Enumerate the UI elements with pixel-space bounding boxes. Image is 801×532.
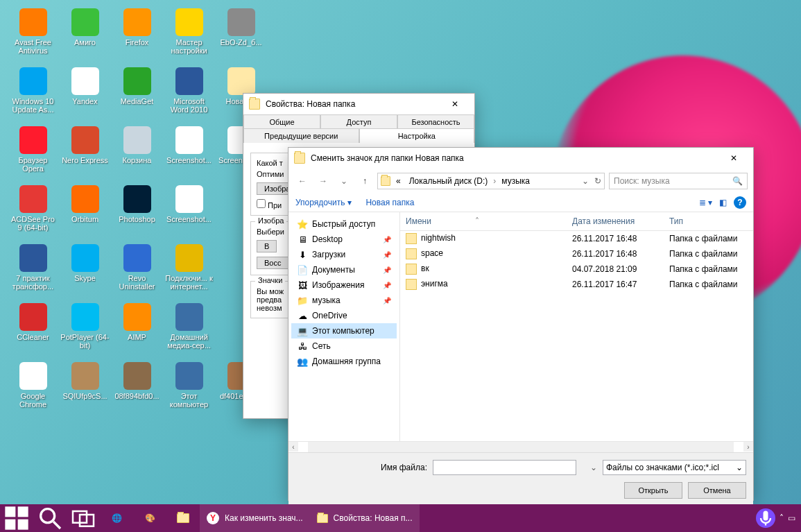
sidebar-item[interactable]: ⬇Загрузки📌 — [291, 247, 397, 262]
address-dropdown[interactable]: ⌄ — [582, 176, 589, 186]
tab-access[interactable]: Доступ — [320, 114, 397, 129]
desktop-icon[interactable]: Windows 10 Update As... — [7, 66, 59, 125]
desktop-icon[interactable]: Yandex — [59, 66, 111, 125]
tb-app-yandex[interactable]: YКак изменить знач... — [200, 504, 310, 532]
filename-input[interactable] — [433, 460, 576, 475]
desktop-icon[interactable]: Мастер настройки — [163, 7, 215, 66]
desktop-icon[interactable]: Revo Uninstaller — [111, 243, 163, 302]
desktop-icon[interactable]: AIMP — [111, 302, 163, 361]
desktop-icon[interactable]: ACDSee Pro 9 (64-bit) — [7, 184, 59, 243]
restore-button[interactable]: Восс — [257, 257, 288, 269]
desktop-icon[interactable]: Подключи... к интернет... — [163, 243, 215, 302]
recent-dropdown[interactable]: ⌄ — [336, 173, 352, 189]
tray-chevron[interactable]: ˄ — [780, 513, 784, 523]
desktop-icon[interactable]: Screenshot... — [163, 125, 215, 184]
tb-app-globe[interactable]: 🌐 — [100, 504, 133, 532]
desktop-icon[interactable]: 7 практик трансфор... — [7, 243, 59, 302]
tb-app-explorer[interactable] — [166, 504, 200, 532]
desktop-icon[interactable]: 08f894bfd0... — [111, 361, 163, 420]
desktop-icon[interactable]: EbO-Zd_б... — [215, 7, 267, 66]
breadcrumb[interactable]: Локальный диск (D:) — [406, 176, 491, 186]
scroll-right[interactable]: › — [743, 442, 753, 452]
dialog-titlebar[interactable]: Сменить значок для папки Новая папка ✕ — [288, 148, 753, 169]
tab-customise[interactable]: Настройка — [359, 128, 475, 143]
new-folder-button[interactable]: Новая папка — [365, 198, 414, 207]
desktop-icon[interactable]: Амиго — [59, 7, 111, 66]
scroll-left[interactable]: ‹ — [288, 442, 298, 452]
dialog-footer: Имя файла: ⌄ Файлы со значками (*.ico;*.… — [288, 452, 753, 506]
organize-menu[interactable]: Упорядочить ▾ — [295, 198, 352, 207]
folder-icon — [294, 153, 305, 164]
properties-titlebar[interactable]: Свойства: Новая папка ✕ — [243, 94, 474, 114]
desktop-icon[interactable]: CCleaner — [7, 302, 59, 361]
desktop-icon[interactable]: Firefox — [111, 7, 163, 66]
search-input[interactable]: Поиск: музыка 🔍 — [609, 173, 748, 189]
desktop-icon[interactable]: Skype — [59, 243, 111, 302]
folder-icon — [406, 264, 417, 275]
taskbar[interactable]: 🌐 🎨 YКак изменить знач... Свойства: Нова… — [0, 504, 801, 532]
desktop-icon[interactable]: Корзина — [111, 125, 163, 184]
sidebar-item[interactable]: 🖼Изображения📌 — [291, 277, 397, 293]
sidebar-item[interactable]: 🖥Desktop📌 — [291, 232, 397, 247]
apply-checkbox[interactable] — [257, 199, 266, 208]
desktop-icon[interactable]: Nero Express — [59, 125, 111, 184]
tab-security[interactable]: Безопасность — [397, 114, 474, 129]
desktop-icon[interactable]: Photoshop — [111, 184, 163, 243]
desktop-icon[interactable]: Домашний медиа-сер... — [163, 302, 215, 361]
task-view-button[interactable] — [67, 504, 100, 532]
desktop-icon[interactable]: PotPlayer (64-bit) — [59, 302, 111, 361]
horizontal-scrollbar[interactable]: ‹ › — [288, 441, 753, 452]
tb-app-paint[interactable]: 🎨 — [133, 504, 166, 532]
choose-file-button[interactable]: В — [257, 240, 277, 252]
view-button[interactable]: ≣ ▾ — [699, 198, 712, 207]
cortana-mic[interactable] — [756, 508, 775, 528]
tb-app-properties[interactable]: Свойства: Новая п... — [310, 504, 420, 532]
start-button[interactable] — [0, 504, 33, 532]
desktop-icon[interactable]: Microsoft Word 2010 — [163, 66, 215, 125]
desktop-icon[interactable]: Screenshot... — [163, 184, 215, 243]
desktop-icon[interactable]: SQIUfp9cS... — [59, 361, 111, 420]
col-name[interactable]: Имени ˄ — [400, 212, 567, 230]
back-button[interactable]: ← — [294, 173, 311, 189]
file-row[interactable]: энигма26.11.2017 16:47Папка с файлами — [400, 277, 753, 292]
preview-pane-button[interactable]: ◧ — [719, 198, 727, 207]
desktop-icon[interactable]: Google Chrome — [7, 361, 59, 420]
action-center-button[interactable]: ▭ — [788, 513, 795, 523]
sidebar-item[interactable]: 👥Домашняя группа — [291, 354, 397, 369]
sidebar-item[interactable]: ⭐Быстрый доступ — [291, 216, 397, 232]
up-button[interactable]: ↑ — [356, 173, 373, 189]
file-filter-combo[interactable]: Файлы со значками (*.ico;*.icl⌄ — [603, 460, 746, 475]
search-button[interactable] — [33, 504, 67, 532]
filename-dropdown[interactable]: ⌄ — [590, 463, 597, 472]
sidebar-item[interactable]: ☁OneDrive — [291, 308, 397, 323]
file-row[interactable]: nightwish26.11.2017 16:48Папка с файлами — [400, 231, 753, 246]
desktop-icon[interactable]: MediaGet — [111, 66, 163, 125]
desktop-icon[interactable]: Браузер Opera — [7, 125, 59, 184]
refresh-button[interactable]: ↻ — [594, 176, 601, 186]
tab-general[interactable]: Общие — [243, 114, 320, 129]
close-button[interactable]: ✕ — [441, 94, 469, 114]
open-button[interactable]: Открыть — [624, 482, 682, 499]
file-row[interactable]: вк04.07.2018 21:09Папка с файлами — [400, 261, 753, 277]
sidebar-item[interactable]: 🖧Сеть — [291, 338, 397, 354]
desktop-icon[interactable]: Orbitum — [59, 184, 111, 243]
desktop-icon[interactable]: Avast Free Antivirus — [7, 7, 59, 66]
col-date[interactable]: Дата изменения — [567, 212, 664, 230]
sidebar-item[interactable]: 📁музыка📌 — [291, 293, 397, 308]
sidebar-item[interactable]: 📄Документы📌 — [291, 262, 397, 277]
address-bar[interactable]: « Локальный диск (D:) › музыка ⌄ ↻ — [377, 173, 605, 189]
desktop-icon[interactable]: Этот компьютер — [163, 361, 215, 420]
folder-icon: 📁 — [297, 295, 308, 306]
breadcrumb[interactable]: « — [393, 176, 404, 186]
change-icon-dialog[interactable]: Сменить значок для папки Новая папка ✕ ←… — [288, 147, 754, 501]
file-row[interactable]: space26.11.2017 16:48Папка с файлами — [400, 246, 753, 261]
breadcrumb[interactable]: музыка — [499, 176, 533, 186]
tab-prev-versions[interactable]: Предыдущие версии — [243, 128, 359, 143]
help-button[interactable]: ? — [734, 196, 746, 209]
cancel-button[interactable]: Отмена — [688, 482, 746, 499]
col-type[interactable]: Тип — [664, 212, 753, 230]
sidebar-item[interactable]: 💻Этот компьютер — [291, 323, 397, 338]
close-button[interactable]: ✕ — [720, 148, 748, 168]
desktop[interactable]: Avast Free AntivirusАмигоFirefoxМастер н… — [0, 0, 801, 532]
forward-button[interactable]: → — [315, 173, 331, 189]
